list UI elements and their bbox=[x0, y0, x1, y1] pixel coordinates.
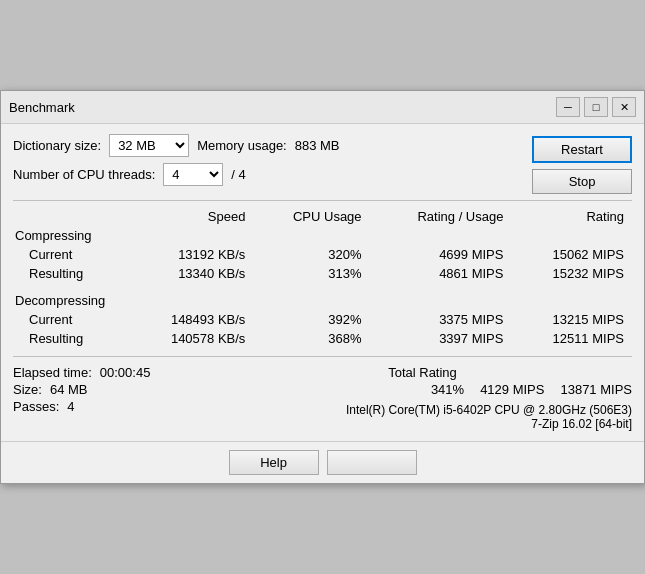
title-bar: Benchmark ─ □ ✕ bbox=[1, 91, 644, 124]
close-button[interactable]: ✕ bbox=[612, 97, 636, 117]
compress-current-rating: 15062 MIPS bbox=[511, 245, 632, 264]
ok-button[interactable] bbox=[327, 450, 417, 475]
benchmark-window: Benchmark ─ □ ✕ Dictionary size: 32 MB M… bbox=[0, 90, 645, 484]
passes-row: Passes: 4 bbox=[13, 399, 213, 414]
compress-current-cpu: 320% bbox=[253, 245, 369, 264]
col-label bbox=[13, 207, 129, 226]
title-bar-controls: ─ □ ✕ bbox=[556, 97, 636, 117]
total-rating-label: Total Rating bbox=[213, 365, 632, 380]
compress-current-label: Current bbox=[13, 245, 129, 264]
footer: Help bbox=[1, 441, 644, 483]
elapsed-row: Elapsed time: 00:00:45 bbox=[13, 365, 213, 380]
decompress-resulting-cpu: 368% bbox=[253, 329, 369, 348]
decompress-current-speed: 148493 KB/s bbox=[129, 310, 254, 329]
threads-row: Number of CPU threads: 4 / 4 bbox=[13, 163, 355, 186]
compress-resulting-label: Resulting bbox=[13, 264, 129, 283]
compressing-label-row: Compressing bbox=[13, 226, 632, 245]
decompressing-label-row: Decompressing bbox=[13, 291, 632, 310]
memory-usage-value: 883 MB bbox=[295, 138, 355, 153]
decompressing-label: Decompressing bbox=[13, 291, 632, 310]
table-row: Current 148493 KB/s 392% 3375 MIPS 13215… bbox=[13, 310, 632, 329]
size-label: Size: bbox=[13, 382, 42, 397]
table-row: Resulting 140578 KB/s 368% 3397 MIPS 125… bbox=[13, 329, 632, 348]
decompress-resulting-speed: 140578 KB/s bbox=[129, 329, 254, 348]
main-content: Dictionary size: 32 MB Memory usage: 883… bbox=[1, 124, 644, 441]
elapsed-label: Elapsed time: bbox=[13, 365, 92, 380]
cpu-info: Intel(R) Core(TM) i5-6402P CPU @ 2.80GHz… bbox=[213, 403, 632, 417]
right-buttons: Restart Stop bbox=[532, 136, 632, 194]
compress-resulting-rating: 15232 MIPS bbox=[511, 264, 632, 283]
restart-button[interactable]: Restart bbox=[532, 136, 632, 163]
memory-usage-label: Memory usage: bbox=[197, 138, 287, 153]
passes-value: 4 bbox=[67, 399, 74, 414]
decompress-resulting-rating-usage: 3397 MIPS bbox=[370, 329, 512, 348]
stop-button[interactable]: Stop bbox=[532, 169, 632, 194]
compress-resulting-rating-usage: 4861 MIPS bbox=[370, 264, 512, 283]
decompress-current-rating: 13215 MIPS bbox=[511, 310, 632, 329]
stats-right: Total Rating 341% 4129 MIPS 13871 MIPS I… bbox=[213, 365, 632, 431]
col-rating: Rating bbox=[511, 207, 632, 226]
compress-resulting-cpu: 313% bbox=[253, 264, 369, 283]
col-cpu: CPU Usage bbox=[253, 207, 369, 226]
minimize-button[interactable]: ─ bbox=[556, 97, 580, 117]
bottom-section: Elapsed time: 00:00:45 Size: 64 MB Passe… bbox=[13, 365, 632, 431]
table-row: Resulting 13340 KB/s 313% 4861 MIPS 1523… bbox=[13, 264, 632, 283]
compress-resulting-speed: 13340 KB/s bbox=[129, 264, 254, 283]
total-rating-mips: 4129 MIPS bbox=[480, 382, 544, 397]
dictionary-size-label: Dictionary size: bbox=[13, 138, 101, 153]
compress-current-rating-usage: 4699 MIPS bbox=[370, 245, 512, 264]
decompress-resulting-label: Resulting bbox=[13, 329, 129, 348]
stats-left: Elapsed time: 00:00:45 Size: 64 MB Passe… bbox=[13, 365, 213, 431]
decompress-current-label: Current bbox=[13, 310, 129, 329]
threads-label: Number of CPU threads: bbox=[13, 167, 155, 182]
divider-2 bbox=[13, 356, 632, 357]
compress-current-speed: 13192 KB/s bbox=[129, 245, 254, 264]
help-button[interactable]: Help bbox=[229, 450, 319, 475]
table-row: Current 13192 KB/s 320% 4699 MIPS 15062 … bbox=[13, 245, 632, 264]
window-title: Benchmark bbox=[9, 100, 75, 115]
spacer-row bbox=[13, 283, 632, 291]
divider-1 bbox=[13, 200, 632, 201]
threads-max: / 4 bbox=[231, 167, 245, 182]
col-speed: Speed bbox=[129, 207, 254, 226]
dictionary-size-row: Dictionary size: 32 MB Memory usage: 883… bbox=[13, 134, 355, 157]
decompress-resulting-rating: 12511 MIPS bbox=[511, 329, 632, 348]
benchmark-table: Speed CPU Usage Rating / Usage Rating Co… bbox=[13, 207, 632, 348]
version-info: 7-Zip 16.02 [64-bit] bbox=[213, 417, 632, 431]
size-row: Size: 64 MB bbox=[13, 382, 213, 397]
col-rating-usage: Rating / Usage bbox=[370, 207, 512, 226]
elapsed-value: 00:00:45 bbox=[100, 365, 151, 380]
total-rating-cpu: 341% bbox=[431, 382, 464, 397]
decompress-current-cpu: 392% bbox=[253, 310, 369, 329]
table-header-row: Speed CPU Usage Rating / Usage Rating bbox=[13, 207, 632, 226]
size-value: 64 MB bbox=[50, 382, 88, 397]
passes-label: Passes: bbox=[13, 399, 59, 414]
threads-select[interactable]: 4 bbox=[163, 163, 223, 186]
left-controls: Dictionary size: 32 MB Memory usage: 883… bbox=[13, 134, 355, 192]
compressing-label: Compressing bbox=[13, 226, 632, 245]
decompress-current-rating-usage: 3375 MIPS bbox=[370, 310, 512, 329]
dictionary-size-select[interactable]: 32 MB bbox=[109, 134, 189, 157]
total-rating-final: 13871 MIPS bbox=[560, 382, 632, 397]
maximize-button[interactable]: □ bbox=[584, 97, 608, 117]
